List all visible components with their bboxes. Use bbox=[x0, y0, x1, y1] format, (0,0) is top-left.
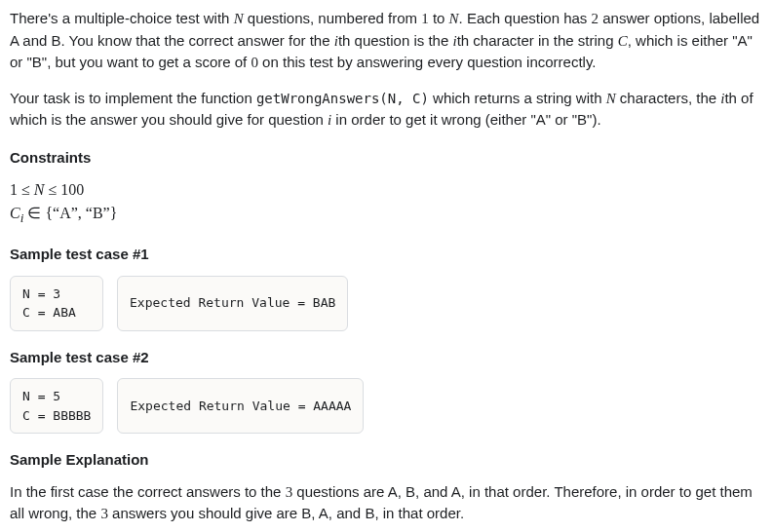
var-N: N bbox=[606, 91, 616, 106]
var-N: N bbox=[234, 11, 244, 26]
sample-1-expected: Expected Return Value = BAB bbox=[117, 276, 348, 331]
sample-2-heading: Sample test case #2 bbox=[10, 347, 763, 369]
explanation-paragraph-1: In the first case the correct answers to… bbox=[10, 481, 763, 525]
num-2: 2 bbox=[592, 11, 599, 26]
text: which returns a string with bbox=[429, 90, 606, 106]
function-signature: getWrongAnswers(N, C) bbox=[256, 91, 429, 106]
sample-1-input: N = 3 C = ABA bbox=[10, 276, 103, 331]
text: Your task is to implement the function bbox=[10, 90, 256, 106]
constraints-heading: Constraints bbox=[10, 147, 763, 170]
sample-2-expected: Expected Return Value = AAAAA bbox=[117, 378, 364, 434]
task-paragraph: Your task is to implement the function g… bbox=[10, 88, 763, 132]
constraint-line-2: Ci ∈ {“A”, “B”} bbox=[10, 202, 763, 228]
sample-1-heading: Sample test case #1 bbox=[10, 244, 763, 266]
text: In the first case the correct answers to… bbox=[10, 483, 286, 500]
num-0: 0 bbox=[251, 55, 258, 70]
sample-2-input: N = 5 C = BBBBB bbox=[10, 378, 103, 434]
constraints-block: 1 ≤ N ≤ 100 Ci ∈ {“A”, “B”} bbox=[10, 178, 763, 228]
text: to bbox=[429, 10, 449, 26]
intro-paragraph-1: There's a multiple-choice test with N qu… bbox=[10, 8, 763, 74]
text: th character in the string bbox=[457, 32, 618, 49]
text: answers you should give are B, A, and B,… bbox=[108, 505, 464, 521]
text: There's a multiple-choice test with bbox=[10, 10, 234, 26]
sample-1-row: N = 3 C = ABA Expected Return Value = BA… bbox=[10, 276, 763, 331]
var-C: C bbox=[618, 33, 628, 49]
constraint-line-1: 1 ≤ N ≤ 100 bbox=[10, 178, 763, 202]
explanation-heading: Sample Explanation bbox=[10, 449, 763, 472]
text: th question is the bbox=[338, 32, 453, 49]
num-1: 1 bbox=[421, 11, 429, 26]
text: characters, the bbox=[616, 90, 721, 106]
text: on this test by answering every question… bbox=[258, 54, 597, 70]
text: in order to get it wrong (either "A" or … bbox=[331, 111, 600, 128]
sample-2-row: N = 5 C = BBBBB Expected Return Value = … bbox=[10, 378, 763, 434]
text: questions, numbered from bbox=[244, 10, 422, 26]
text: . Each question has bbox=[459, 10, 592, 26]
var-N: N bbox=[449, 11, 459, 26]
num-3: 3 bbox=[100, 506, 108, 521]
